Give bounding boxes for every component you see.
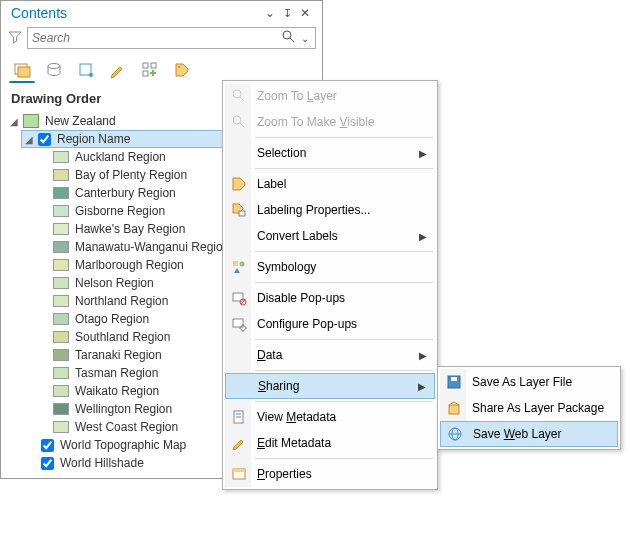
region-label: Hawke's Bay Region (73, 222, 185, 236)
menu-item[interactable]: Symbology (225, 254, 435, 280)
label-props-icon (227, 202, 251, 218)
color-swatch (53, 187, 69, 199)
menu-item-label: Labeling Properties... (251, 203, 435, 217)
filter-icon[interactable] (7, 30, 23, 47)
menu-item[interactable]: Properties (225, 461, 435, 487)
tool-selection[interactable] (73, 57, 99, 83)
submenu-arrow-icon: ▶ (419, 231, 435, 242)
color-swatch (53, 169, 69, 181)
color-swatch (53, 277, 69, 289)
menu-item[interactable]: Sharing▶ (225, 373, 435, 399)
svg-rect-27 (233, 469, 245, 472)
svg-rect-7 (143, 63, 148, 68)
autohide-toggle[interactable]: ⌄ (261, 6, 279, 20)
search-dropdown[interactable]: ⌄ (299, 33, 311, 44)
layer-visibility-checkbox[interactable] (38, 133, 51, 146)
label-icon (227, 176, 251, 192)
layer-context-menu: Zoom To LayerZoom To Make VisibleSelecti… (222, 80, 438, 490)
menu-item[interactable]: Labeling Properties... (225, 197, 435, 223)
menu-item-label: Selection (251, 146, 419, 160)
color-swatch (53, 223, 69, 235)
menu-item[interactable]: Share As Layer Package (440, 395, 618, 421)
menu-item-label: Convert Labels (251, 229, 419, 243)
svg-rect-5 (80, 64, 91, 75)
menu-item[interactable]: Configure Pop-ups (225, 311, 435, 337)
svg-rect-9 (143, 71, 148, 76)
color-swatch (53, 367, 69, 379)
layer-visibility-checkbox[interactable] (41, 457, 54, 470)
metadata-view-icon (227, 409, 251, 425)
menu-item[interactable]: Selection▶ (225, 140, 435, 166)
save-layer-icon (442, 374, 466, 390)
region-label: Canterbury Region (73, 186, 176, 200)
color-swatch (53, 295, 69, 307)
region-label: Gisborne Region (73, 204, 165, 218)
properties-icon (227, 466, 251, 482)
tool-data-source[interactable] (41, 57, 67, 83)
menu-item-label: Symbology (251, 260, 435, 274)
svg-rect-30 (449, 405, 459, 414)
svg-rect-8 (151, 63, 156, 68)
menu-item-label: Zoom To Make Visible (251, 115, 435, 129)
menu-item[interactable]: Convert Labels▶ (225, 223, 435, 249)
menu-item[interactable]: Save Web Layer (440, 421, 618, 447)
pin-button[interactable]: ↧ (279, 7, 296, 20)
layer-label: World Hillshade (58, 456, 144, 470)
color-swatch (53, 259, 69, 271)
layer-label: Region Name (55, 132, 130, 146)
menu-item: Zoom To Layer (225, 83, 435, 109)
search-input[interactable] (32, 31, 278, 45)
tool-label[interactable] (169, 57, 195, 83)
menu-item-label: Save As Layer File (466, 375, 618, 389)
region-label: Southland Region (73, 330, 170, 344)
zoom-visible-icon (227, 114, 251, 130)
search-icon[interactable] (278, 30, 299, 46)
svg-line-12 (240, 97, 244, 101)
submenu-arrow-icon: ▶ (419, 148, 435, 159)
tool-drawing-order[interactable] (9, 57, 35, 83)
panel-header: Contents ⌄ ↧ ✕ (1, 1, 322, 23)
close-button[interactable]: ✕ (296, 6, 314, 20)
svg-point-13 (233, 116, 241, 124)
search-box: ⌄ (27, 27, 316, 49)
share-package-icon (442, 400, 466, 416)
menu-item-label: Edit Metadata (251, 436, 435, 450)
menu-item: Zoom To Make Visible (225, 109, 435, 135)
menu-item[interactable]: Edit Metadata (225, 430, 435, 456)
svg-rect-3 (18, 67, 30, 77)
tool-edit[interactable] (105, 57, 131, 83)
map-icon (23, 114, 39, 128)
region-label: Manawatu-Wanganui Region (73, 240, 229, 254)
svg-line-1 (290, 38, 294, 42)
submenu-arrow-icon: ▶ (419, 350, 435, 361)
caret-icon: ◢ (24, 134, 34, 145)
menu-item[interactable]: View Metadata (225, 404, 435, 430)
menu-separator (255, 137, 433, 138)
menu-item[interactable]: Label (225, 171, 435, 197)
menu-item[interactable]: Save As Layer File (440, 369, 618, 395)
caret-icon: ◢ (27, 458, 37, 469)
menu-separator (255, 458, 433, 459)
color-swatch (53, 403, 69, 415)
menu-separator (255, 339, 433, 340)
menu-item-label: Share As Layer Package (466, 401, 618, 415)
menu-item[interactable]: Data▶ (225, 342, 435, 368)
map-root-label: New Zealand (43, 114, 116, 128)
menu-separator (255, 401, 433, 402)
toolbar (1, 53, 322, 83)
region-label: Otago Region (73, 312, 149, 326)
caret-icon: ◢ (9, 116, 19, 127)
region-label: Waikato Region (73, 384, 159, 398)
submenu-arrow-icon: ▶ (418, 381, 434, 392)
svg-rect-29 (451, 377, 457, 381)
menu-item[interactable]: Disable Pop-ups (225, 285, 435, 311)
svg-point-6 (89, 73, 93, 77)
layer-visibility-checkbox[interactable] (41, 439, 54, 452)
metadata-edit-icon (227, 435, 251, 451)
color-swatch (53, 241, 69, 253)
menu-item-label: Configure Pop-ups (251, 317, 435, 331)
menu-separator (255, 282, 433, 283)
tool-add[interactable] (137, 57, 163, 83)
color-swatch (53, 349, 69, 361)
menu-item-label: Zoom To Layer (251, 89, 435, 103)
